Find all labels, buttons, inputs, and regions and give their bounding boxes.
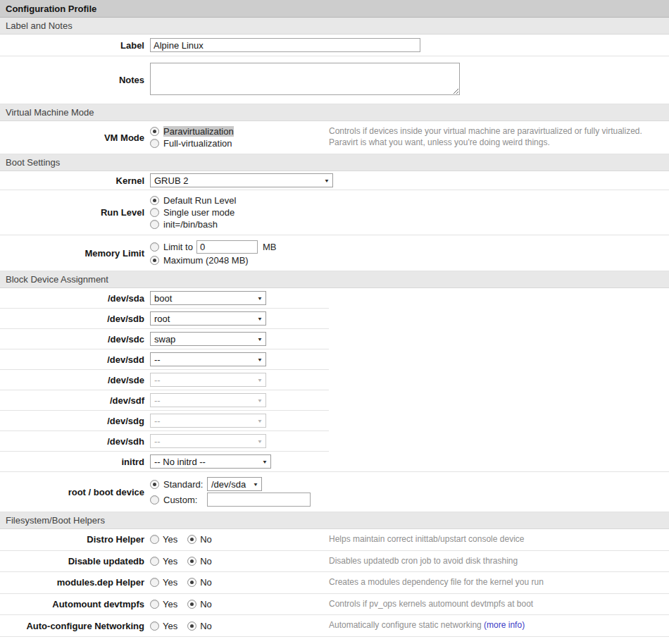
init-bash-radio[interactable]: [150, 220, 159, 229]
no-radio-label[interactable]: No: [200, 621, 212, 631]
paravirtualization-radio[interactable]: [150, 127, 159, 136]
modules-dep-help: Creates a modules dependency file for th…: [329, 577, 669, 588]
automount-devtmpfs-label: Automount devtmpfs: [0, 599, 144, 609]
full-virtualization-radio[interactable]: [150, 139, 159, 148]
modules-dep-helper-label: modules.dep Helper: [0, 577, 144, 588]
yes-radio-label[interactable]: Yes: [163, 556, 177, 566]
sdd-select[interactable]: -- ▼: [150, 352, 266, 366]
disable-updatedb-help: Disables updatedb cron job to avoid disk…: [329, 556, 669, 567]
section-title: Virtual Machine Mode: [6, 107, 94, 118]
device-label: /dev/sdf: [0, 395, 144, 406]
maximum-memory-radio-label[interactable]: Maximum (2048 MB): [163, 255, 249, 266]
notes-textarea[interactable]: [150, 63, 460, 95]
memory-limit-option-limit: Limit to MB: [150, 240, 276, 254]
distro-helper-row: Distro Helper Yes No Helps maintain corr…: [0, 529, 669, 551]
kernel-select[interactable]: GRUB 2 ▼: [150, 173, 333, 187]
auto-configure-networking-label: Auto-configure Networking: [0, 621, 144, 631]
sdh-select[interactable]: -- ▼: [150, 434, 266, 448]
custom-device-radio-label[interactable]: Custom:: [163, 495, 207, 505]
sdg-select-value: --: [154, 416, 161, 426]
maximum-memory-radio[interactable]: [150, 256, 159, 265]
sdf-select[interactable]: -- ▼: [150, 393, 266, 407]
single-user-mode-radio-label[interactable]: Single user mode: [163, 207, 235, 218]
full-virtualization-radio-label[interactable]: Full-virtualization: [163, 138, 232, 149]
dropdown-arrow-icon: ▼: [257, 316, 263, 321]
sda-select[interactable]: boot ▼: [150, 291, 266, 305]
section-header-helpers: Filesystem/Boot Helpers: [0, 512, 669, 529]
disable-updatedb-yes-radio[interactable]: [150, 557, 159, 566]
initrd-select[interactable]: -- No initrd -- ▼: [150, 454, 271, 469]
standard-device-radio-label[interactable]: Standard:: [163, 479, 207, 490]
more-info-link[interactable]: (more info): [484, 620, 525, 630]
block-device-row-sdc: /dev/sdc swap ▼: [0, 329, 329, 349]
section-title: Filesystem/Boot Helpers: [6, 515, 105, 526]
block-device-row-sdf: /dev/sdf -- ▼: [0, 390, 329, 411]
kernel-select-value: GRUB 2: [154, 175, 188, 186]
block-device-row-sdg: /dev/sdg -- ▼: [0, 411, 329, 431]
auto-configure-networking-row: Auto-configure Networking Yes No Automat…: [0, 615, 669, 637]
standard-device-select[interactable]: /dev/sda ▼: [207, 477, 262, 491]
standard-device-radio[interactable]: [150, 480, 159, 489]
block-device-row-sda: /dev/sda boot ▼: [0, 288, 329, 309]
page-title-bar: Configuration Profile: [0, 0, 669, 18]
run-level-option-default: Default Run Level: [150, 195, 236, 206]
default-run-level-radio[interactable]: [150, 196, 159, 205]
distro-helper-no-radio[interactable]: [187, 535, 196, 544]
sdg-select[interactable]: -- ▼: [150, 414, 266, 428]
dropdown-arrow-icon: ▼: [257, 336, 263, 342]
notes-field-label: Notes: [0, 75, 144, 85]
section-title: Block Device Assignment: [6, 274, 108, 285]
sdb-select[interactable]: root ▼: [150, 311, 266, 326]
init-bash-radio-label[interactable]: init=/bin/bash: [163, 219, 218, 230]
disable-updatedb-no-radio[interactable]: [187, 557, 196, 566]
initrd-select-value: -- No initrd --: [154, 457, 206, 467]
disable-updatedb-label: Disable updatedb: [0, 556, 144, 566]
modules-dep-helper-row: modules.dep Helper Yes No Creates a modu…: [0, 572, 669, 594]
dropdown-arrow-icon: ▼: [257, 377, 263, 383]
distro-helper-yes-radio[interactable]: [150, 535, 159, 544]
sdf-select-value: --: [154, 395, 161, 406]
yes-radio-label[interactable]: Yes: [163, 577, 177, 588]
sde-select[interactable]: -- ▼: [150, 373, 266, 387]
block-device-row-sde: /dev/sde -- ▼: [0, 370, 329, 390]
no-radio-label[interactable]: No: [200, 556, 212, 566]
distro-helper-label: Distro Helper: [0, 534, 144, 545]
single-user-mode-radio[interactable]: [150, 208, 159, 217]
paravirtualization-radio-label[interactable]: Paravirtualization: [163, 126, 234, 137]
custom-device-radio[interactable]: [150, 495, 159, 504]
distro-helper-help: Helps maintain correct inittab/upstart c…: [329, 534, 669, 545]
modules-dep-no-radio[interactable]: [187, 578, 196, 587]
label-row: Label: [0, 35, 669, 56]
page-title: Configuration Profile: [6, 4, 96, 14]
initrd-row: initrd -- No initrd -- ▼: [0, 452, 669, 472]
sde-select-value: --: [154, 375, 161, 385]
sdc-select[interactable]: swap ▼: [150, 332, 266, 346]
section-title: Label and Notes: [6, 20, 73, 31]
standard-device-select-value: /dev/sda: [211, 479, 246, 490]
memory-limit-input[interactable]: [196, 240, 258, 254]
no-radio-label[interactable]: No: [200, 534, 212, 545]
default-run-level-radio-label[interactable]: Default Run Level: [163, 195, 236, 206]
custom-device-input[interactable]: [207, 493, 311, 507]
memory-limit-label: Memory Limit: [0, 248, 144, 259]
vm-mode-label: VM Mode: [0, 132, 144, 143]
no-radio-label[interactable]: No: [200, 599, 212, 609]
limit-to-radio-label[interactable]: Limit to: [163, 242, 193, 252]
modules-dep-yes-radio[interactable]: [150, 578, 159, 587]
auto-network-no-radio[interactable]: [187, 621, 196, 631]
automount-no-radio[interactable]: [187, 600, 196, 609]
yes-radio-label[interactable]: Yes: [163, 599, 177, 609]
yes-radio-label[interactable]: Yes: [163, 534, 177, 545]
block-device-row-sdh: /dev/sdh -- ▼: [0, 431, 329, 452]
sdh-select-value: --: [154, 436, 161, 447]
vm-mode-row: VM Mode Paravirtualization Full-virtuali…: [0, 121, 669, 154]
no-radio-label[interactable]: No: [200, 577, 212, 588]
vm-mode-option-paravirtualization: Paravirtualization: [150, 126, 329, 137]
automount-yes-radio[interactable]: [150, 600, 159, 609]
disable-updatedb-row: Disable updatedb Yes No Disables updated…: [0, 551, 669, 573]
label-input[interactable]: [150, 38, 420, 52]
yes-radio-label[interactable]: Yes: [163, 621, 177, 631]
dropdown-arrow-icon: ▼: [262, 459, 268, 464]
limit-to-radio[interactable]: [150, 242, 159, 252]
auto-network-yes-radio[interactable]: [150, 621, 159, 631]
